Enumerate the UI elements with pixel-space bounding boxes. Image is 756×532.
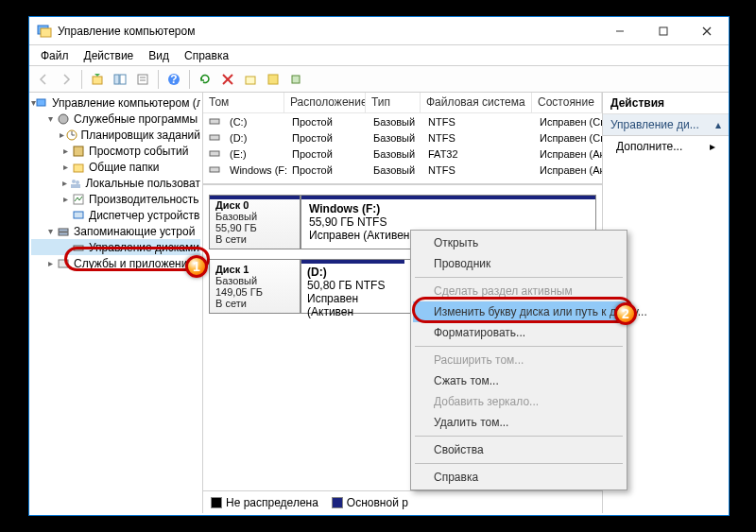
partition-status: Исправен (Активен xyxy=(307,292,399,318)
cell-fs: FAT32 xyxy=(422,148,534,160)
svg-rect-19 xyxy=(37,99,45,106)
legend-swatch-blue xyxy=(332,497,343,508)
svg-rect-3 xyxy=(660,27,667,35)
col-status[interactable]: Состояние xyxy=(532,93,602,112)
cell-type: Базовый xyxy=(368,132,422,144)
col-volume[interactable]: Том xyxy=(203,93,284,112)
computer-icon xyxy=(36,95,49,111)
expand-icon[interactable]: ▸ xyxy=(60,178,69,188)
window-title: Управление компьютером xyxy=(58,25,195,38)
expand-icon[interactable]: ▸ xyxy=(60,146,71,156)
action-button-2[interactable] xyxy=(263,69,284,90)
tree-pane[interactable]: ▾Управление компьютером (л ▾Служебные пр… xyxy=(29,93,203,513)
cell-status: Исправен (Ак xyxy=(534,148,602,160)
ctx-open[interactable]: Открыть xyxy=(413,232,625,253)
volume-row[interactable]: (E:) Простой Базовый FAT32 Исправен (Ак xyxy=(203,146,602,162)
volume-list[interactable]: Том Расположение Тип Файловая система Со… xyxy=(203,93,602,185)
tree-services[interactable]: ▸Службы и приложения xyxy=(31,255,200,271)
actions-more-label: Дополните... xyxy=(616,140,682,153)
ctx-separator xyxy=(415,346,623,347)
partition-bar xyxy=(301,260,404,264)
perf-icon xyxy=(71,192,86,207)
cell-type: Базовый xyxy=(368,164,422,176)
refresh-button[interactable] xyxy=(195,69,215,90)
svg-point-20 xyxy=(59,114,68,124)
help-button[interactable]: ? xyxy=(163,69,184,90)
svg-rect-17 xyxy=(268,75,278,84)
menu-help[interactable]: Справка xyxy=(177,47,236,64)
tree-local-users[interactable]: ▸Локальные пользоват xyxy=(31,175,200,191)
tree-task-scheduler[interactable]: ▸Планировщик заданий xyxy=(31,127,200,143)
actions-more[interactable]: Дополните... ▸ xyxy=(603,136,729,157)
tree-disk-management[interactable]: Управление дисками xyxy=(31,239,200,255)
ctx-shrink[interactable]: Сжать том... xyxy=(413,370,625,391)
ctx-properties[interactable]: Свойства xyxy=(413,439,625,460)
ctx-format[interactable]: Форматировать... xyxy=(413,322,625,343)
cell-fs: NTFS xyxy=(422,116,534,128)
disk-1-label[interactable]: Диск 1 Базовый 149,05 ГБ В сети xyxy=(210,260,301,313)
tree-shared-folders[interactable]: ▸Общие папки xyxy=(31,159,200,175)
legend: Не распределена Основной р xyxy=(203,490,602,513)
expand-icon[interactable]: ▸ xyxy=(60,162,71,172)
ctx-delete[interactable]: Удалить том... xyxy=(413,412,625,433)
svg-rect-24 xyxy=(74,146,83,156)
tree-event-viewer[interactable]: ▸Просмотр событий xyxy=(31,143,200,159)
volume-row[interactable]: (C:) Простой Базовый NTFS Исправен (Си xyxy=(203,113,602,129)
col-layout[interactable]: Расположение xyxy=(284,93,366,112)
tree-label: Запоминающие устрой xyxy=(74,225,195,238)
disk-icon xyxy=(71,240,86,255)
expand-icon[interactable]: ▸ xyxy=(60,194,71,204)
properties-button[interactable] xyxy=(132,69,153,90)
volume-icon xyxy=(209,115,222,129)
disk-online: В сети xyxy=(215,298,294,309)
svg-rect-28 xyxy=(71,184,80,188)
close-button[interactable] xyxy=(685,17,729,45)
tree-root[interactable]: ▾Управление компьютером (л xyxy=(31,94,200,111)
volume-row[interactable]: (D:) Простой Базовый NTFS Исправен (Си xyxy=(203,129,602,146)
svg-rect-18 xyxy=(292,76,300,83)
show-hide-tree-button[interactable] xyxy=(110,69,130,90)
services-icon xyxy=(56,256,71,271)
menu-view[interactable]: Вид xyxy=(141,47,177,64)
context-menu[interactable]: Открыть Проводник Сделать раздел активны… xyxy=(410,230,627,490)
col-fs[interactable]: Файловая система xyxy=(421,93,532,112)
delete-button[interactable] xyxy=(217,69,238,90)
action-button-1[interactable] xyxy=(240,69,261,90)
menu-action[interactable]: Действие xyxy=(77,47,142,64)
tree-label: Просмотр событий xyxy=(89,145,188,158)
tree-system-tools[interactable]: ▾Служебные программы xyxy=(31,111,200,127)
ctx-change-letter[interactable]: Изменить букву диска или путь к диску... xyxy=(413,301,625,322)
disk-size: 149,05 ГБ xyxy=(215,286,294,298)
tree-performance[interactable]: ▸Производительность xyxy=(31,191,200,207)
ctx-help[interactable]: Справка xyxy=(413,467,625,488)
ctx-explore[interactable]: Проводник xyxy=(413,253,625,274)
action-button-3[interactable] xyxy=(285,69,306,90)
legend-unallocated: Не распределена xyxy=(211,496,318,509)
partition-d[interactable]: (D:) 50,80 ГБ NTFS Исправен (Активен xyxy=(301,260,404,313)
partition-size: 55,90 ГБ NTFS xyxy=(309,215,588,229)
col-type[interactable]: Тип xyxy=(366,93,421,112)
tree-device-manager[interactable]: Диспетчер устройств xyxy=(31,207,200,223)
volume-row[interactable]: Windows (F:) Простой Базовый NTFS Исправ… xyxy=(203,162,602,178)
cell-name: (D:) xyxy=(224,132,286,144)
svg-rect-39 xyxy=(210,167,219,172)
minimize-button[interactable] xyxy=(598,17,642,45)
storage-icon xyxy=(56,224,71,239)
maximize-button[interactable] xyxy=(642,17,685,45)
svg-rect-37 xyxy=(210,135,219,140)
disk-0-label[interactable]: Диск 0 Базовый 55,90 ГБ В сети xyxy=(210,196,301,249)
volume-icon xyxy=(209,163,222,177)
collapse-icon[interactable]: ▾ xyxy=(44,113,56,124)
partition-size: 50,80 ГБ NTFS xyxy=(307,279,399,292)
tree-label: Управление дисками xyxy=(89,241,199,254)
volume-header-row: Том Расположение Тип Файловая система Со… xyxy=(203,93,602,113)
tree-storage[interactable]: ▾Запоминающие устрой xyxy=(31,223,200,239)
actions-section[interactable]: Управление ди... ▴ xyxy=(603,114,729,136)
menu-file[interactable]: Файл xyxy=(33,47,77,64)
toolbar-separator xyxy=(158,70,159,89)
tree-label: Локальные пользоват xyxy=(85,177,200,190)
expand-icon[interactable]: ▸ xyxy=(44,258,56,268)
partition-bar xyxy=(301,196,595,199)
collapse-icon[interactable]: ▾ xyxy=(44,226,56,236)
up-button[interactable] xyxy=(87,69,108,90)
